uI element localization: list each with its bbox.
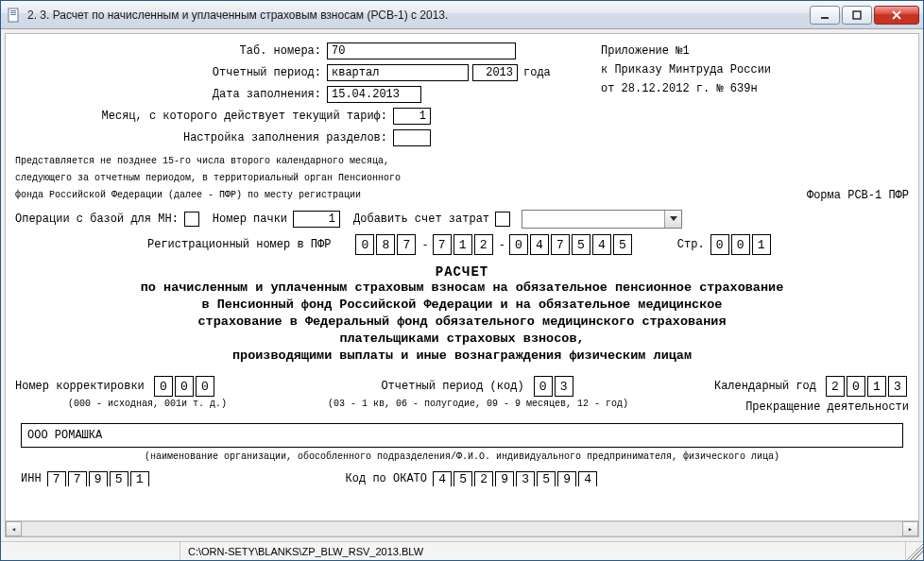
digit-box[interactable]: 5 [537,471,556,486]
digit-box[interactable]: 2 [474,234,493,255]
digit-box[interactable]: 3 [555,376,573,397]
okato-boxes[interactable]: 45293594 [433,471,599,486]
window-title: 2. 3. Расчет по начисленным и уплаченным… [27,8,810,22]
add-cost-checkbox[interactable] [495,212,510,227]
digit-box[interactable]: 7 [551,234,570,255]
period-year-input[interactable]: 2013 [472,64,518,81]
fill-date-input[interactable]: 15.04.2013 [327,86,421,103]
pack-number-label: Номер пачки [213,212,287,226]
submission-note: Представляется не позднее 15-го числа вт… [15,153,909,204]
correction-hint: (000 - исходная, 001и т. д.) [15,399,280,409]
maximize-button[interactable] [842,6,872,25]
scroll-track[interactable] [22,521,902,536]
svg-rect-1 [10,10,16,11]
appendix-line: к Приказу Минтруда России [601,60,771,79]
report-period-boxes[interactable]: 03 [534,376,575,397]
status-cell-empty [1,542,180,560]
digit-box[interactable]: 4 [592,234,611,255]
organization-caption: (наименование организации, обособленного… [15,451,909,462]
digit-box[interactable]: 0 [154,376,173,397]
close-button[interactable] [874,6,919,25]
digit-box[interactable]: 3 [516,471,535,486]
digit-box[interactable]: 0 [509,234,528,255]
scroll-left-icon[interactable]: ◂ [6,521,22,536]
combo-value [522,211,664,228]
svg-marker-8 [670,216,677,221]
correction-label: Номер корректировки [15,380,145,393]
digit-box[interactable]: 0 [847,376,865,397]
organization-input[interactable]: ООО РОМАШКА [21,423,903,448]
horizontal-scrollbar[interactable]: ◂ ▸ [6,520,918,536]
pack-number-input[interactable]: 1 [293,211,340,228]
digit-box[interactable]: 9 [495,471,514,486]
year-boxes[interactable]: 2013 [826,376,909,397]
dropdown-icon[interactable] [664,211,681,228]
digit-box[interactable]: 8 [376,234,395,255]
tariff-month-label: Месяц, с которого действует текущий тари… [15,110,393,123]
db-ops-checkbox[interactable] [184,212,199,227]
add-cost-label: Добавить счет затрат [353,212,489,226]
digit-box[interactable]: 0 [196,376,214,397]
digit-box[interactable]: 7 [397,234,416,255]
fill-date-label: Дата заполнения: [15,88,327,101]
svg-rect-3 [10,14,16,15]
inn-label: ИНН [21,472,42,485]
digit-box[interactable]: 1 [752,234,771,255]
report-period-label: Отчетный период (код) [381,380,523,393]
cost-account-combo[interactable] [522,210,682,229]
digit-box[interactable]: 0 [175,376,194,397]
app-icon [7,8,22,23]
inn-boxes[interactable]: 77951 [47,471,151,486]
digit-box[interactable]: 2 [474,471,493,486]
digit-box[interactable]: 0 [710,234,729,255]
digit-box[interactable]: 5 [453,471,472,486]
correction-boxes[interactable]: 000 [154,376,216,397]
digit-box[interactable]: 0 [355,234,374,255]
report-period-hint: (03 - 1 кв, 06 - полугодие, 09 - 9 месяц… [317,399,639,409]
digit-box[interactable]: 9 [89,471,108,486]
digit-box[interactable]: 1 [453,234,472,255]
digit-box[interactable]: 7 [433,234,452,255]
termination-label: Прекращение деятельности [676,400,909,414]
digit-box[interactable]: 5 [572,234,590,255]
scroll-right-icon[interactable]: ▸ [902,521,918,536]
digit-box[interactable]: 0 [534,376,553,397]
titlebar[interactable]: 2. 3. Расчет по начисленным и уплаченным… [1,1,923,29]
digit-box[interactable]: 0 [731,234,750,255]
digit-box[interactable]: 1 [867,376,886,397]
digit-box[interactable]: 4 [530,234,549,255]
pfr-reg-label: Регистрационный номер в ПФР [147,238,331,251]
pfr-reg-boxes[interactable]: 087-712-047545 [355,234,633,255]
app-window: 2. 3. Расчет по начисленным и уплаченным… [0,0,924,561]
minimize-button[interactable] [810,6,840,25]
digit-box[interactable]: 9 [557,471,576,486]
period-input[interactable]: квартал [327,64,469,81]
digit-box[interactable]: 7 [68,471,87,486]
appendix-line: Приложение №1 [601,42,771,60]
tab-number-label: Таб. номера: [15,44,327,58]
form-title: РАСЧЕТ [15,264,909,280]
tariff-month-input[interactable]: 1 [393,108,431,125]
svg-rect-2 [10,12,16,13]
resize-grip-icon[interactable] [906,543,923,560]
period-year-suffix: года [523,66,551,79]
page-boxes[interactable]: 001 [710,234,773,255]
client-area: Приложение №1 к Приказу Минтруда России … [5,33,919,537]
sections-setup-label: Настройка заполнения разделов: [15,131,393,144]
status-file-path: C:\ORN-SETY\BLANKS\ZP_BLW_RSV_2013.BLW [180,542,906,560]
okato-label: Код по ОКАТО [346,472,427,485]
tab-number-input[interactable]: 70 [327,42,516,60]
digit-box[interactable]: 3 [888,376,907,397]
statusbar: C:\ORN-SETY\BLANKS\ZP_BLW_RSV_2013.BLW [1,541,923,560]
sections-setup-input[interactable] [393,129,431,146]
page-label: Стр. [677,238,705,251]
digit-box[interactable]: 1 [130,471,149,486]
appendix-line: от 28.12.2012 г. № 639н [601,79,771,98]
digit-box[interactable]: 5 [110,471,128,486]
digit-box[interactable]: 2 [826,376,845,397]
digit-box[interactable]: 4 [433,471,452,486]
digit-box[interactable]: 5 [613,234,632,255]
digit-box[interactable]: 4 [578,471,597,486]
year-label: Календарный год [714,380,816,393]
digit-box[interactable]: 7 [47,471,66,486]
